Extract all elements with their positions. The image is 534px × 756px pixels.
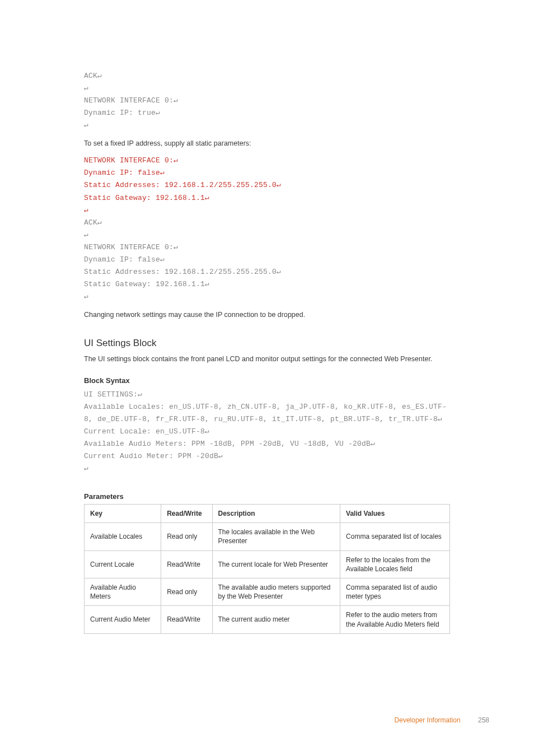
- cell-desc: The current locale for Web Presenter: [212, 550, 340, 578]
- crlf-icon: ↵: [156, 109, 160, 117]
- table-row: Current Audio Meter Read/Write The curre…: [85, 606, 450, 633]
- crlf-icon: ↵: [174, 243, 178, 251]
- code-line: NETWORK INTERFACE 0:: [84, 96, 174, 105]
- cell-vv: Comma separated list of locales: [340, 523, 450, 550]
- code-line: NETWORK INTERFACE 0:: [84, 243, 174, 251]
- crlf-icon: ↵: [160, 255, 165, 264]
- code-line: Current Audio Meter: PPM -20dB: [84, 452, 218, 460]
- code-block-static-ip: NETWORK INTERFACE 0:↵ Dynamic IP: false↵…: [84, 155, 450, 303]
- crlf-icon: ↵: [138, 390, 142, 399]
- crlf-icon: ↵: [84, 121, 88, 129]
- heading-ui-settings-block: UI Settings Block: [84, 336, 450, 351]
- cell-desc: The current audio meter: [212, 606, 340, 633]
- cell-key: Available Audio Meters: [85, 578, 161, 605]
- paragraph-static-ip-intro: To set a fixed IP address, supply all st…: [84, 138, 450, 149]
- crlf-icon: ↵: [174, 156, 178, 165]
- crlf-icon: ↵: [205, 427, 209, 436]
- code-line: Static Addresses: 192.168.1.2/255.255.25…: [84, 181, 277, 189]
- cell-desc: The available audio meters supported by …: [212, 578, 340, 605]
- crlf-icon: ↵: [84, 206, 88, 214]
- cell-vv: Refer to the audio meters from the Avail…: [340, 606, 450, 633]
- crlf-icon: ↵: [371, 440, 375, 448]
- paragraph-ui-settings-desc: The UI settings block contains the front…: [84, 354, 450, 365]
- code-line: Available Audio Meters: PPM -18dB, PPM -…: [84, 440, 371, 448]
- crlf-icon: ↵: [205, 280, 209, 288]
- th-key: Key: [85, 505, 161, 523]
- code-line: Dynamic IP: false: [84, 169, 160, 177]
- th-valid-values: Valid Values: [340, 505, 450, 523]
- cell-desc: The locales available in the Web Present…: [212, 523, 340, 550]
- code-block-ui-settings: UI SETTINGS:↵ Available Locales: en_US.U…: [84, 389, 450, 475]
- footer-section-label: Developer Information: [395, 716, 461, 724]
- label-parameters: Parameters: [84, 491, 450, 502]
- code-line: Static Gateway: 192.168.1.1: [84, 194, 205, 202]
- crlf-icon: ↵: [277, 181, 281, 189]
- paragraph-network-drop-note: Changing network settings may cause the …: [84, 310, 450, 320]
- table-row: Current Locale Read/Write The current lo…: [85, 550, 450, 578]
- crlf-icon: ↵: [97, 72, 102, 80]
- crlf-icon: ↵: [205, 194, 209, 202]
- code-line: ACK: [84, 72, 97, 80]
- cell-rw: Read only: [161, 523, 212, 550]
- parameters-table: Key Read/Write Description Valid Values …: [84, 504, 450, 634]
- crlf-icon: ↵: [84, 464, 88, 473]
- cell-key: Current Audio Meter: [85, 606, 161, 633]
- table-header-row: Key Read/Write Description Valid Values: [85, 505, 450, 523]
- table-row: Available Audio Meters Read only The ava…: [85, 578, 450, 605]
- cell-rw: Read/Write: [161, 606, 212, 633]
- footer-page-number: 258: [478, 716, 489, 724]
- code-line: ACK: [84, 218, 97, 227]
- cell-key: Available Locales: [85, 523, 161, 550]
- page-footer: Developer Information 258: [395, 715, 489, 725]
- crlf-icon: ↵: [97, 218, 102, 227]
- crlf-icon: ↵: [84, 84, 88, 92]
- code-line: Available Locales: en_US.UTF-8, zh_CN.UT…: [84, 403, 447, 423]
- crlf-icon: ↵: [84, 231, 88, 239]
- code-line: Current Locale: en_US.UTF-8: [84, 427, 205, 436]
- cell-key: Current Locale: [85, 550, 161, 578]
- crlf-icon: ↵: [174, 96, 178, 105]
- crlf-icon: ↵: [438, 415, 442, 423]
- code-line: Static Addresses: 192.168.1.2/255.255.25…: [84, 268, 277, 276]
- crlf-icon: ↵: [218, 452, 223, 460]
- code-line: Dynamic IP: false: [84, 255, 160, 264]
- table-row: Available Locales Read only The locales …: [85, 523, 450, 550]
- crlf-icon: ↵: [160, 169, 165, 177]
- code-line: NETWORK INTERFACE 0:: [84, 156, 174, 165]
- crlf-icon: ↵: [84, 292, 88, 301]
- cell-rw: Read/Write: [161, 550, 212, 578]
- code-block-network-response-1: ACK↵ ↵ NETWORK INTERFACE 0:↵ Dynamic IP:…: [84, 70, 450, 132]
- cell-rw: Read only: [161, 578, 212, 605]
- crlf-icon: ↵: [277, 268, 281, 276]
- cell-vv: Refer to the locales from the Available …: [340, 550, 450, 578]
- cell-vv: Comma separated list of audio meter type…: [340, 578, 450, 605]
- th-readwrite: Read/Write: [161, 505, 212, 523]
- code-line: UI SETTINGS:: [84, 390, 138, 399]
- label-block-syntax: Block Syntax: [84, 375, 450, 386]
- code-line: Static Gateway: 192.168.1.1: [84, 280, 205, 288]
- th-description: Description: [212, 505, 340, 523]
- code-line: Dynamic IP: true: [84, 109, 156, 117]
